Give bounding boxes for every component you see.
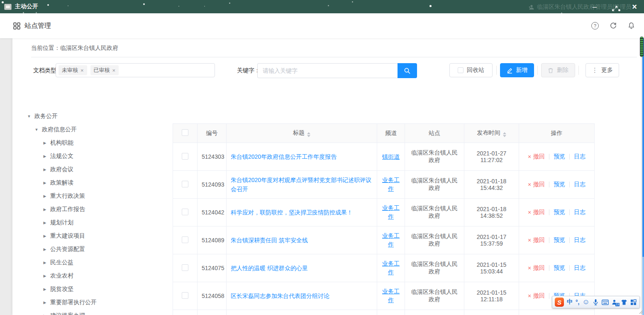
row-checkbox[interactable] xyxy=(182,292,188,299)
preview-button[interactable]: 预览 xyxy=(554,236,565,244)
scrollbar-track[interactable] xyxy=(642,38,644,315)
add-button[interactable]: 新增 xyxy=(500,63,534,77)
tree-node-branch[interactable]: ▼ 政府信息公开 xyxy=(12,123,170,136)
shirt-skin-icon[interactable] xyxy=(621,299,627,305)
preview-button[interactable]: 预览 xyxy=(554,264,565,272)
recycle-bin-button[interactable]: 回收站 xyxy=(449,63,493,77)
tree-node-leaf[interactable]: ▶ 脱贫攻坚 xyxy=(12,283,170,296)
delete-button[interactable]: 删除 xyxy=(541,63,575,77)
channel-link[interactable]: 业务工作 xyxy=(382,204,400,220)
row-checkbox[interactable] xyxy=(182,209,188,215)
minimize-button[interactable]: – xyxy=(590,0,599,13)
skin-user-icon[interactable]: 19 xyxy=(612,299,618,305)
chevron-right-icon[interactable]: ▶ xyxy=(42,300,48,305)
doc-title-link[interactable]: 朱台镇2020年度对村观摩点评暨村党支部书记述职评议会召开 xyxy=(231,177,371,192)
snow-dot xyxy=(23,12,24,13)
tree-node-leaf[interactable]: ▶ 法规公文 xyxy=(12,150,170,163)
withdraw-button[interactable]: × 撤回 xyxy=(528,209,545,216)
log-button[interactable]: 日志 xyxy=(574,264,585,272)
chevron-right-icon[interactable]: ▶ xyxy=(42,261,48,265)
doc-title-link[interactable]: 朱台镇2020年政府信息公开工作年度报告 xyxy=(231,153,337,160)
nav-site-management[interactable]: 站点管理 xyxy=(13,22,51,30)
log-button[interactable]: 日志 xyxy=(574,181,585,188)
col-header-time[interactable]: 发布时间 xyxy=(464,124,519,143)
tag-close-icon[interactable]: × xyxy=(80,67,84,74)
preview-button[interactable]: 预览 xyxy=(554,181,565,188)
tree-node-leaf[interactable]: ▶ 农业农村 xyxy=(12,269,170,283)
refresh-button[interactable] xyxy=(610,22,617,30)
chevron-right-icon[interactable]: ▶ xyxy=(42,167,48,172)
withdraw-button[interactable]: × 撤回 xyxy=(528,181,545,188)
row-checkbox[interactable] xyxy=(182,236,188,243)
search-button[interactable] xyxy=(398,63,417,78)
row-checkbox[interactable] xyxy=(182,264,188,271)
toolbox-grid-icon[interactable] xyxy=(630,299,637,305)
chevron-right-icon[interactable]: ▶ xyxy=(42,247,48,251)
doc-type-select[interactable]: 未审核 × 已审核 × xyxy=(56,63,215,77)
doc-title-link[interactable]: 朱台镇深耕责任田 筑牢安全线 xyxy=(231,237,308,244)
chevron-right-icon[interactable]: ▶ xyxy=(42,234,48,238)
tree-node-leaf[interactable]: ▶ 重大行政决策 xyxy=(12,189,170,203)
tree-node-leaf[interactable]: ▶ 建议提案办理 xyxy=(12,309,170,315)
ime-language-mode[interactable]: 中 xyxy=(567,298,573,306)
row-checkbox[interactable] xyxy=(182,181,188,187)
log-button[interactable]: 日志 xyxy=(574,153,585,160)
doc-title-link[interactable]: 区长宋磊同志参加朱台代表团分组讨论 xyxy=(231,293,329,299)
doc-title-link[interactable]: 科学应对，联防联控，坚决捍卫疫情防控成果！ xyxy=(231,209,353,216)
channel-link[interactable]: 业务工作 xyxy=(382,232,400,248)
withdraw-button[interactable]: × 撤回 xyxy=(528,264,545,272)
tree-node-leaf[interactable]: ▶ 政府会议 xyxy=(12,163,170,176)
channel-link[interactable]: 镇街道 xyxy=(382,153,400,160)
sort-icon[interactable] xyxy=(307,132,310,137)
sort-icon[interactable] xyxy=(503,132,506,137)
chevron-right-icon[interactable]: ▶ xyxy=(42,274,48,278)
keyboard-icon[interactable] xyxy=(602,300,609,305)
channel-link[interactable]: 业务工作 xyxy=(382,260,400,276)
chevron-right-icon[interactable]: ▶ xyxy=(42,287,48,291)
tag-close-icon[interactable]: × xyxy=(112,67,116,74)
tree-node-leaf[interactable]: ▶ 公共资源配置 xyxy=(12,243,170,256)
chevron-right-icon[interactable]: ▶ xyxy=(42,221,48,225)
chevron-right-icon[interactable]: ▶ xyxy=(42,154,48,158)
microphone-icon[interactable] xyxy=(593,299,599,305)
tree-node-leaf[interactable]: ▶ 政府工作报告 xyxy=(12,203,170,216)
preview-button[interactable]: 预览 xyxy=(554,209,565,216)
scrollbar-thumb[interactable] xyxy=(640,37,644,57)
help-button[interactable]: ? xyxy=(591,22,599,30)
more-button[interactable]: ⋮ 更多 xyxy=(585,63,619,77)
keyword-input[interactable] xyxy=(257,63,398,78)
chevron-right-icon[interactable]: ▶ xyxy=(42,194,48,198)
close-button[interactable]: × xyxy=(630,0,639,13)
emoji-icon[interactable]: ☺ xyxy=(583,298,590,306)
channel-link[interactable]: 业务工作 xyxy=(382,288,400,303)
channel-link[interactable]: 业务工作 xyxy=(382,177,400,192)
chevron-right-icon[interactable]: ▶ xyxy=(42,207,48,212)
tree-node-leaf[interactable]: ▶ 机构职能 xyxy=(12,136,170,150)
tree-node-leaf[interactable]: ▶ 重大建设项目 xyxy=(12,229,170,243)
ime-punctuation-icon[interactable]: °, xyxy=(576,299,580,305)
select-all-checkbox[interactable] xyxy=(182,129,188,136)
chevron-right-icon[interactable]: ▶ xyxy=(42,141,48,145)
tree-node-leaf[interactable]: ▶ 重要部署执行公开 xyxy=(12,296,170,309)
recycle-checkbox[interactable] xyxy=(458,67,463,73)
tree-node-leaf[interactable]: ▶ 规划计划 xyxy=(12,216,170,229)
doc-title-link[interactable]: 把人性的温暖 织进群众的心里 xyxy=(231,265,308,271)
row-checkbox[interactable] xyxy=(182,153,188,160)
withdraw-button[interactable]: × 撤回 xyxy=(528,236,545,244)
log-button[interactable]: 日志 xyxy=(574,236,585,244)
tree-node-root[interactable]: ▼ 政务公开 xyxy=(12,110,170,123)
window-resize-grip[interactable] xyxy=(637,308,643,314)
log-button[interactable]: 日志 xyxy=(574,209,585,216)
col-header-title[interactable]: 标题 xyxy=(227,124,377,143)
chevron-down-icon[interactable]: ▼ xyxy=(34,128,39,132)
notifications-button[interactable] xyxy=(628,22,635,30)
maximize-button[interactable] xyxy=(610,2,619,12)
tree-node-leaf[interactable]: ▶ 民生公益 xyxy=(12,256,170,269)
sogou-logo-icon[interactable]: S xyxy=(555,298,564,307)
withdraw-button[interactable]: × 撤回 xyxy=(528,292,545,300)
tree-node-leaf[interactable]: ▶ 政策解读 xyxy=(12,176,170,189)
chevron-right-icon[interactable]: ▶ xyxy=(42,181,48,185)
chevron-down-icon[interactable]: ▼ xyxy=(26,114,32,118)
preview-button[interactable]: 预览 xyxy=(554,153,565,160)
withdraw-button[interactable]: × 撤回 xyxy=(528,153,545,160)
